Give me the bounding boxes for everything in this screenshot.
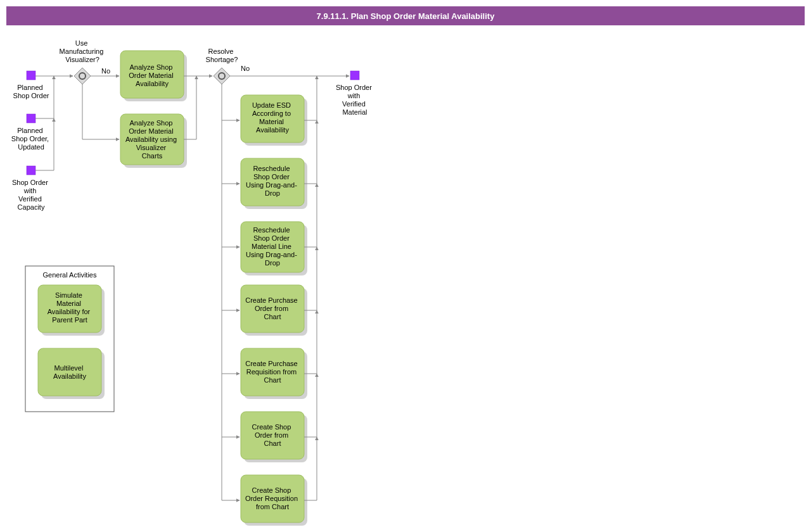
- svg-marker-4: [214, 68, 230, 84]
- event-shop-order-verified-capacity[interactable]: [27, 166, 35, 175]
- event-shop-order-verified-material[interactable]: [350, 71, 359, 80]
- event-label: Shop Order with Verified Material: [336, 84, 374, 116]
- event-planned-shop-order-updated[interactable]: [27, 114, 35, 123]
- event-label: Shop Order with Verified Capacity: [12, 179, 50, 211]
- decision-no-label: No: [101, 67, 110, 75]
- event-label: Planned Shop Order, Updated: [11, 127, 51, 151]
- group-title: General Activities: [43, 271, 97, 279]
- decision-label: Resolve Shortage?: [206, 48, 238, 63]
- event-planned-shop-order[interactable]: [27, 71, 35, 80]
- activity-label: Analyze Shop Order Material Availability: [129, 63, 175, 87]
- decision-use-visualizer[interactable]: [74, 68, 91, 84]
- event-label: Planned Shop Order: [13, 84, 49, 99]
- diagram-canvas: Planned Shop Order Planned Shop Order, U…: [0, 0, 811, 532]
- svg-marker-0: [74, 68, 91, 84]
- decision-label: Use Manufacturing Visualizer?: [60, 39, 106, 63]
- activity-label: Multilevel Availability: [53, 364, 86, 380]
- decision-no-label: No: [241, 65, 250, 72]
- decision-resolve-shortage[interactable]: [214, 68, 230, 84]
